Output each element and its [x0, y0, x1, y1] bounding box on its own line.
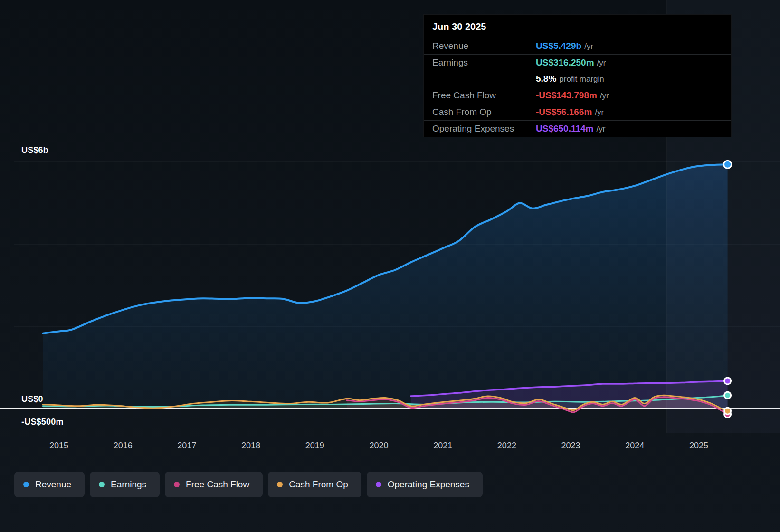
legend-item-cash-from-op[interactable]: Cash From Op — [268, 472, 361, 497]
x-axis-label-2024: 2024 — [613, 441, 656, 451]
tooltip-unit: /yr — [584, 42, 593, 51]
operating-expenses-endpoint — [724, 378, 731, 384]
legend-item-revenue[interactable]: Revenue — [14, 472, 85, 497]
tooltip-unit: profit margin — [559, 75, 604, 84]
tooltip-label-operating-expenses: Operating Expenses — [432, 124, 536, 133]
legend-item-free-cash-flow[interactable]: Free Cash Flow — [165, 472, 263, 497]
tooltip-unit: /yr — [597, 58, 606, 67]
tooltip-label-free-cash-flow: Free Cash Flow — [432, 90, 536, 100]
tooltip-row-free-cash-flow: Free Cash Flow -US$143.798m/yr — [424, 87, 731, 104]
tooltip-row-operating-expenses: Operating Expenses US$650.114m/yr — [424, 120, 731, 137]
x-axis-label-2019: 2019 — [294, 441, 336, 451]
tooltip-row-profit-margin: 5.8%profit margin — [424, 71, 731, 87]
legend-label: Revenue — [35, 479, 71, 490]
tooltip-value-profit-margin: 5.8% — [536, 74, 556, 84]
revenue-endpoint — [724, 161, 732, 168]
tooltip-unit: /yr — [597, 124, 606, 133]
x-axis-label-2021: 2021 — [421, 441, 464, 451]
y-axis-label-zero: US$0 — [21, 394, 43, 404]
tooltip-value-free-cash-flow: -US$143.798m — [536, 90, 597, 100]
revenue-dot-icon — [23, 482, 29, 487]
legend-item-earnings[interactable]: Earnings — [90, 472, 160, 497]
y-axis-label-6b: US$6b — [21, 145, 48, 155]
legend-label: Earnings — [111, 479, 146, 490]
legend: RevenueEarningsFree Cash FlowCash From O… — [14, 472, 483, 497]
legend-item-operating-expenses[interactable]: Operating Expenses — [367, 472, 483, 497]
cash-from-op-endpoint — [724, 408, 731, 414]
tooltip-unit: /yr — [600, 91, 609, 100]
legend-label: Cash From Op — [289, 479, 348, 490]
tooltip-value-cash-from-op: -US$56.166m — [536, 107, 592, 117]
operating-expenses-dot-icon — [376, 482, 381, 487]
x-axis-label-2018: 2018 — [229, 441, 272, 451]
legend-label: Operating Expenses — [388, 479, 469, 490]
cash-from-op-dot-icon — [277, 482, 283, 487]
free-cash-flow-dot-icon — [174, 482, 180, 487]
x-axis-label-2017: 2017 — [165, 441, 208, 451]
tooltip-label-revenue: Revenue — [432, 41, 536, 51]
x-axis-label-2015: 2015 — [38, 441, 80, 451]
tooltip-value-operating-expenses: US$650.114m — [536, 124, 594, 133]
data-tooltip: Jun 30 2025 Revenue US$5.429b/yr Earning… — [423, 14, 732, 137]
legend-label: Free Cash Flow — [186, 479, 249, 490]
financials-chart-panel: US$6b US$0 -US$500m 20152016201720182019… — [0, 0, 780, 532]
tooltip-date: Jun 30 2025 — [424, 15, 731, 38]
earnings-dot-icon — [99, 482, 105, 487]
tooltip-value-revenue: US$5.429b — [536, 41, 581, 51]
tooltip-unit: /yr — [595, 108, 604, 117]
x-axis-label-2025: 2025 — [677, 441, 720, 451]
tooltip-label-cash-from-op: Cash From Op — [432, 107, 536, 117]
x-axis-label-2022: 2022 — [485, 441, 528, 451]
y-axis-label-neg500m: -US$500m — [21, 417, 64, 427]
tooltip-row-revenue: Revenue US$5.429b/yr — [424, 38, 731, 54]
tooltip-label-earnings: Earnings — [432, 57, 536, 67]
tooltip-row-cash-from-op: Cash From Op -US$56.166m/yr — [424, 104, 731, 120]
earnings-endpoint — [724, 392, 731, 399]
tooltip-row-earnings: Earnings US$316.250m/yr — [424, 54, 731, 71]
tooltip-value-earnings: US$316.250m — [536, 57, 594, 67]
x-axis-label-2023: 2023 — [550, 441, 592, 451]
x-axis-label-2016: 2016 — [102, 441, 144, 451]
revenue-area — [43, 164, 727, 408]
x-axis-label-2020: 2020 — [358, 441, 400, 451]
